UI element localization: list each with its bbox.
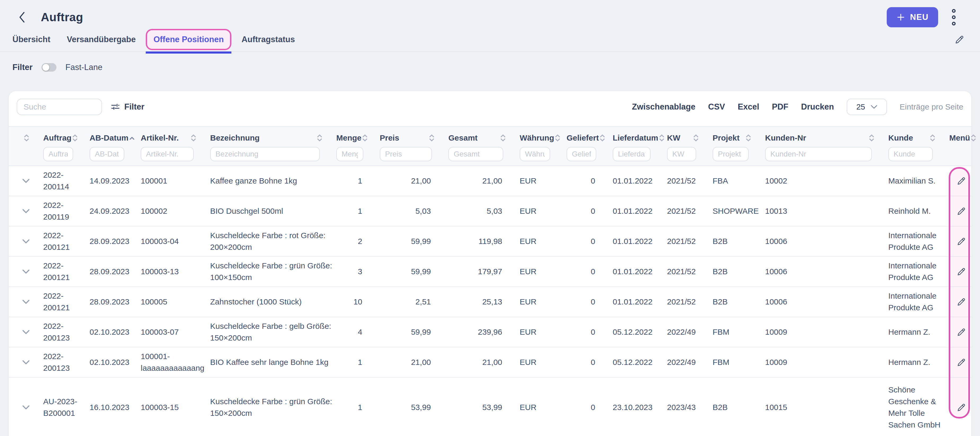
col-header-expander[interactable] (9, 129, 43, 145)
cell-ab-datum: 28.09.2023 (89, 293, 141, 311)
filter-input-gesamt[interactable] (449, 147, 503, 161)
table-toolbar: Filter Zwischenablage CSV Excel PDF Druc… (9, 91, 971, 115)
table-head-band: Auftrag AB-Datum Artikel-Nr. Bezeichnung… (9, 126, 971, 166)
filter-input-auftrag[interactable] (43, 147, 73, 161)
tab-uebersicht[interactable]: Übersicht (13, 35, 50, 44)
tab-auftragstatus[interactable]: Auftragstatus (242, 35, 295, 44)
filter-input-lieferdatum[interactable] (613, 147, 651, 161)
filter-input-kw[interactable] (667, 147, 696, 161)
row-expand-button[interactable] (19, 327, 33, 337)
cell-kw: 2021/52 (667, 293, 713, 311)
col-header-auftrag[interactable]: Auftrag (43, 129, 89, 145)
cell-kunden-nr: 10015 (765, 398, 888, 416)
row-edit-button[interactable] (954, 294, 969, 309)
filter-input-menge[interactable] (336, 147, 363, 161)
cell-preis: 59,99 (380, 232, 449, 250)
col-header-ab-datum[interactable]: AB-Datum (89, 129, 141, 145)
col-header-kunde[interactable]: Kunde (888, 129, 949, 145)
col-header-bezeichnung[interactable]: Bezeichnung (210, 129, 336, 145)
sliders-icon (110, 102, 120, 112)
new-button[interactable]: NEU (887, 7, 938, 27)
cell-menge: 3 (336, 263, 380, 281)
filter-input-geliefert[interactable] (566, 147, 596, 161)
page-edit-button[interactable] (954, 34, 965, 45)
print-button[interactable]: Drucken (801, 102, 834, 112)
filter-input-ab-datum[interactable] (89, 147, 124, 161)
pencil-icon (956, 402, 967, 413)
col-header-kw[interactable]: KW (667, 129, 713, 145)
row-expand-button[interactable] (19, 357, 33, 367)
filter-input-projekt[interactable] (713, 147, 749, 161)
filter-input-waehrung[interactable] (520, 147, 550, 161)
tab-versanduebergabe[interactable]: Versandübergabe (67, 35, 136, 44)
cell-projekt: B2B (713, 293, 765, 311)
col-header-lieferdatum[interactable]: Lieferdatum (613, 129, 667, 145)
col-header-projekt[interactable]: Projekt (713, 129, 765, 145)
col-header-preis[interactable]: Preis (380, 129, 449, 145)
row-edit-button[interactable] (954, 324, 969, 339)
cell-lieferdatum: 05.12.2022 (613, 353, 667, 371)
cell-kw: 2022/49 (667, 323, 713, 341)
row-expand-button[interactable] (19, 236, 33, 247)
pencil-icon (956, 206, 967, 216)
row-edit-button[interactable] (954, 204, 969, 219)
col-header-menue[interactable]: Menü (949, 129, 974, 145)
cell-preis: 59,99 (380, 323, 449, 341)
cell-geliefert: 0 (566, 263, 613, 281)
row-expand-button[interactable] (19, 402, 33, 413)
col-header-waehrung[interactable]: Währung (520, 129, 566, 145)
row-edit-button[interactable] (954, 355, 969, 370)
cell-gesamt: 119,98 (449, 232, 520, 250)
cell-waehrung: EUR (520, 172, 566, 190)
cell-bezeichnung: BIO Duschgel 500ml (210, 202, 336, 220)
cell-bezeichnung: Kuscheldecke Farbe : grün Größe: 100×150… (210, 257, 336, 286)
filter-button[interactable]: Filter (110, 102, 145, 112)
page-size-select[interactable]: 25 (847, 99, 887, 115)
table-filter-row (9, 145, 971, 161)
row-edit-button[interactable] (954, 264, 969, 279)
chevron-down-icon (22, 239, 30, 244)
row-expand-button[interactable] (19, 176, 33, 186)
col-header-kunden-nr[interactable]: Kunden-Nr (765, 129, 888, 145)
cell-kunde: Hermann Z. (888, 353, 949, 371)
cell-waehrung: EUR (520, 323, 566, 341)
col-header-geliefert[interactable]: Geliefert (566, 129, 613, 145)
back-button[interactable] (17, 10, 27, 25)
row-expand-button[interactable] (19, 266, 33, 277)
cell-projekt: B2B (713, 263, 765, 281)
pdf-button[interactable]: PDF (772, 102, 788, 112)
search-input[interactable] (17, 99, 102, 115)
cell-bezeichnung: Kaffee ganze Bohne 1kg (210, 172, 336, 190)
sort-icon (745, 133, 752, 143)
filter-input-preis[interactable] (380, 147, 432, 161)
row-edit-button[interactable] (954, 173, 969, 188)
filter-input-bezeichnung[interactable] (210, 147, 320, 161)
fast-lane-label: Fast-Lane (65, 62, 103, 72)
filter-input-kunden-nr[interactable] (765, 147, 872, 161)
excel-button[interactable]: Excel (738, 102, 759, 112)
csv-button[interactable]: CSV (708, 102, 725, 112)
sort-icon (599, 133, 606, 143)
col-header-gesamt[interactable]: Gesamt (449, 129, 520, 145)
orders-table: Auftrag AB-Datum Artikel-Nr. Bezeichnung… (9, 126, 971, 436)
clipboard-button[interactable]: Zwischenablage (632, 102, 695, 112)
filter-input-kunde[interactable] (888, 147, 933, 161)
col-header-artikel-nr[interactable]: Artikel-Nr. (141, 129, 210, 145)
filter-button-label: Filter (124, 102, 145, 112)
cell-artikel-nr: 100003-13 (141, 263, 210, 281)
chevron-down-icon (22, 359, 30, 365)
filter-input-artikel-nr[interactable] (141, 147, 194, 161)
row-expand-button[interactable] (19, 297, 33, 307)
chevron-down-icon (870, 105, 877, 109)
row-expand-button[interactable] (19, 206, 33, 216)
cell-geliefert: 0 (566, 172, 613, 190)
cell-menge: 1 (336, 202, 380, 220)
kebab-menu-icon[interactable] (950, 8, 957, 27)
tab-offene-positionen[interactable]: Offene Positionen (146, 29, 231, 50)
cell-kunde: Internationale Produkte AG (888, 227, 949, 256)
row-edit-button[interactable] (954, 400, 969, 415)
row-edit-button[interactable] (954, 234, 969, 249)
col-header-menge[interactable]: Menge (336, 129, 380, 145)
table-row: 2022-200121 28.09.2023 100005 Zahnstoche… (9, 287, 971, 317)
fast-lane-toggle[interactable] (41, 63, 56, 72)
